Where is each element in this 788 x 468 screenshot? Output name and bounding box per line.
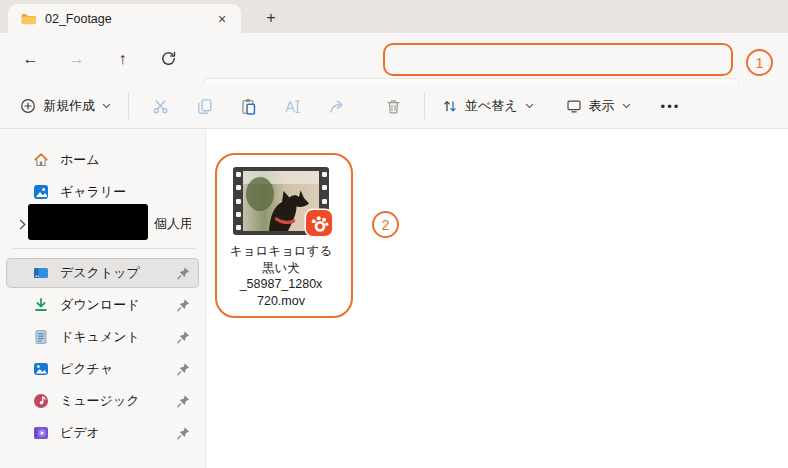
sidebar-item-label: ドキュメント <box>60 328 176 346</box>
refresh-button[interactable] <box>150 40 187 77</box>
sidebar-item-pictures[interactable]: ピクチャ <box>6 354 199 384</box>
pictures-icon <box>32 361 49 378</box>
sidebar-item-label: ギャラリー <box>60 183 191 201</box>
tab-title: 02_Footage <box>45 12 211 26</box>
forward-button[interactable]: → <box>58 40 95 77</box>
video-thumbnail[interactable] <box>233 167 329 235</box>
gallery-icon <box>32 184 49 201</box>
file-name[interactable]: キョロキョロする 黒い犬 _58987_1280x 720.mov <box>219 243 343 309</box>
rename-icon <box>284 98 301 115</box>
copy-button[interactable] <box>187 89 221 123</box>
chevron-down-icon <box>525 103 534 109</box>
sidebar-item-documents[interactable]: ドキュメント <box>6 322 199 352</box>
sort-button-label: 並べ替え <box>465 97 518 115</box>
video-icon <box>32 425 49 442</box>
sidebar-item-home[interactable]: ホーム <box>6 145 199 175</box>
tab-bar: 02_Footage × + <box>0 0 788 33</box>
home-icon <box>32 152 49 169</box>
view-monitor-icon <box>566 98 582 114</box>
sidebar-item-label: ピクチャ <box>60 360 176 378</box>
pin-icon[interactable] <box>176 330 191 345</box>
pin-icon[interactable] <box>176 362 191 377</box>
file-name-line: 720.mov <box>219 293 343 310</box>
video-file-item[interactable]: キョロキョロする 黒い犬 _58987_1280x 720.mov <box>219 167 343 309</box>
sidebar-item-music[interactable]: ミュージック <box>6 386 199 416</box>
download-icon <box>32 297 49 314</box>
new-tab-button[interactable]: + <box>258 6 284 30</box>
delete-button[interactable] <box>376 89 410 123</box>
pin-icon[interactable] <box>176 426 191 441</box>
more-options-button[interactable]: ••• <box>653 93 689 120</box>
view-button-label: 表示 <box>589 97 615 115</box>
navigation-pane: ホーム ギャラリー 個人用 <box>0 129 206 468</box>
paste-icon <box>240 98 257 115</box>
annotation-number-2: 2 <box>372 211 399 238</box>
file-name-line: _58987_1280x <box>219 276 343 293</box>
annotation-number-1: 1 <box>746 49 773 76</box>
paste-button[interactable] <box>231 89 265 123</box>
chevron-down-icon <box>102 103 111 109</box>
sidebar-item-downloads[interactable]: ダウンロード <box>6 290 199 320</box>
sidebar-item-label: ミュージック <box>60 392 176 410</box>
trash-icon <box>385 98 402 115</box>
sidebar-item-videos[interactable]: ビデオ <box>6 418 199 448</box>
folder-icon <box>20 11 36 27</box>
sort-button[interactable]: 並べ替え <box>434 91 542 121</box>
sidebar-item-label: ビデオ <box>60 424 176 442</box>
toolbar-divider <box>128 93 129 119</box>
pin-icon[interactable] <box>176 266 191 281</box>
sidebar-item-desktop[interactable]: デスクトップ <box>6 258 199 288</box>
up-button[interactable]: ↑ <box>104 40 141 77</box>
scissors-icon <box>152 98 169 115</box>
share-icon <box>328 98 345 115</box>
toolbar-divider <box>424 93 425 119</box>
gom-player-paw-icon <box>306 210 332 236</box>
desktop-icon <box>32 265 49 282</box>
share-button[interactable] <box>319 89 353 123</box>
sort-arrows-icon <box>442 98 458 114</box>
command-toolbar: 新規作成 <box>0 84 788 129</box>
new-button-label: 新規作成 <box>43 97 95 115</box>
sidebar-item-label: ダウンロード <box>60 296 176 314</box>
navigation-bar: ← → ↑ バックアップの開始 <box>0 33 788 84</box>
tab-close-icon[interactable]: × <box>211 8 233 30</box>
rename-button[interactable] <box>275 89 309 123</box>
file-explorer-window: 02_Footage × + ← → ↑ <box>0 0 788 468</box>
view-button[interactable]: 表示 <box>558 91 639 121</box>
file-name-line: 黒い犬 <box>219 260 343 277</box>
redacted-account-name <box>28 204 148 240</box>
plus-circle-icon <box>20 98 36 114</box>
sidebar-item-label: 個人用 <box>154 215 191 233</box>
pin-icon[interactable] <box>176 394 191 409</box>
sidebar-item-onedrive-personal[interactable]: 個人用 <box>6 209 199 239</box>
sidebar-divider <box>13 248 195 249</box>
chevron-down-icon <box>622 103 631 109</box>
new-button[interactable]: 新規作成 <box>12 91 119 121</box>
explorer-tab[interactable]: 02_Footage × <box>8 4 241 33</box>
refresh-icon <box>160 50 177 67</box>
sidebar-item-label: デスクトップ <box>60 264 176 282</box>
music-icon <box>32 393 49 410</box>
cut-button[interactable] <box>143 89 177 123</box>
sidebar-item-gallery[interactable]: ギャラリー <box>6 177 199 207</box>
filmstrip-holes <box>236 172 241 230</box>
file-name-line: キョロキョロする <box>219 243 343 260</box>
copy-icon <box>196 98 213 115</box>
pin-icon[interactable] <box>176 298 191 313</box>
document-icon <box>32 329 49 346</box>
sidebar-item-label: ホーム <box>60 151 191 169</box>
back-button[interactable]: ← <box>12 40 49 77</box>
